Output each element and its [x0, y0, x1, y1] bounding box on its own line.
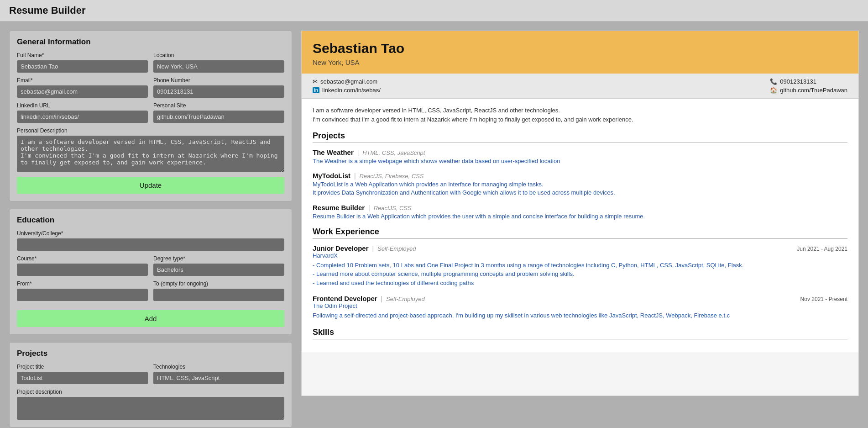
location-group: Location: [153, 52, 284, 73]
projects-section: Projects Project title Technologies Proj…: [9, 342, 292, 428]
project-desc-label: Project description: [17, 389, 284, 395]
contact-right: 📞 09012313131 🏠 github.com/TruePadawan: [770, 78, 847, 94]
main-layout: General Information Full Name* Location …: [0, 21, 868, 428]
project-1-tech: HTML, CSS, JavaScript: [362, 149, 425, 156]
education-section: Education University/College* Course* De…: [9, 209, 292, 335]
linkedin-site-row: LinkedIn URL Personal Site: [17, 102, 284, 123]
project-2-desc: MyTodoList is a Web Application which pr…: [313, 180, 847, 197]
project-3-tech: ReactJS, CSS: [374, 205, 412, 211]
course-input[interactable]: [17, 264, 148, 276]
project-1-header: The Weather | HTML, CSS, JavaScript: [313, 148, 847, 156]
work-2-org: The Odin Project: [313, 302, 847, 309]
resume-header: Sebastian Tao New York, USA: [302, 31, 858, 74]
work-2-type: Self-Employed: [386, 296, 425, 302]
fullname-group: Full Name*: [17, 52, 148, 73]
from-group: From*: [17, 280, 148, 301]
project-title-input[interactable]: [17, 372, 148, 384]
degree-input[interactable]: [153, 264, 284, 276]
github-value: github.com/TruePadawan: [780, 87, 847, 94]
projects-form-title: Projects: [17, 349, 284, 358]
left-panel: General Information Full Name* Location …: [9, 31, 292, 428]
project-3-name: Resume Builder: [313, 204, 365, 211]
phone-icon: 📞: [770, 78, 777, 85]
linkedin-label: LinkedIn URL: [17, 102, 148, 109]
linkedin-input[interactable]: [17, 111, 148, 123]
work-1-title: Junior Developer: [313, 244, 369, 252]
work-item-1: Junior Developer | Self-Employed Jun 202…: [313, 244, 847, 288]
degree-group: Degree type*: [153, 255, 284, 276]
github-contact: 🏠 github.com/TruePadawan: [770, 87, 847, 94]
project-item-1: The Weather | HTML, CSS, JavaScript The …: [313, 148, 847, 165]
phone-input[interactable]: [153, 85, 284, 98]
work-2-title-line: Frontend Developer | Self-Employed: [313, 295, 425, 302]
linkedin-value: linkedin.com/in/sebas/: [322, 87, 381, 94]
desc-textarea[interactable]: I am a software developer versed in HTML…: [17, 136, 284, 172]
project-3-header: Resume Builder | ReactJS, CSS: [313, 204, 847, 211]
to-input[interactable]: [153, 289, 284, 301]
home-icon: 🏠: [770, 87, 777, 94]
update-button[interactable]: Update: [17, 177, 284, 194]
email-group: Email*: [17, 77, 148, 98]
contact-left: ✉ sebastao@gmail.com in linkedin.com/in/…: [313, 78, 381, 94]
resume-location: New York, USA: [313, 58, 847, 66]
project-desc-textarea[interactable]: [17, 397, 284, 420]
university-label: University/College*: [17, 230, 284, 237]
app-header: Resume Builder: [0, 0, 868, 21]
phone-value: 09012313131: [780, 78, 816, 85]
project-1-desc: The Weather is a simple webpage which sh…: [313, 157, 847, 165]
work-1-type: Self-Employed: [377, 245, 416, 252]
fullname-label: Full Name*: [17, 52, 148, 58]
university-input[interactable]: [17, 238, 284, 251]
skills-section-title: Skills: [313, 328, 847, 339]
technologies-label: Technologies: [153, 364, 284, 370]
project-2-header: MyTodoList | ReactJS, Firebase, CSS: [313, 172, 847, 180]
from-label: From*: [17, 280, 148, 287]
course-label: Course*: [17, 255, 148, 262]
linkedin-icon: in: [313, 87, 319, 93]
resume-preview: Sebastian Tao New York, USA ✉ sebastao@g…: [301, 31, 859, 396]
work-1-header: Junior Developer | Self-Employed Jun 202…: [313, 244, 847, 252]
course-degree-row: Course* Degree type*: [17, 255, 284, 276]
project-2-name: MyTodoList: [313, 172, 350, 180]
app-title: Resume Builder: [9, 5, 859, 16]
linkedin-group: LinkedIn URL: [17, 102, 148, 123]
work-2-header: Frontend Developer | Self-Employed Nov 2…: [313, 295, 847, 302]
resume-name: Sebastian Tao: [313, 40, 847, 57]
from-input[interactable]: [17, 289, 148, 301]
project-title-tech-row: Project title Technologies: [17, 364, 284, 384]
education-title: Education: [17, 216, 284, 225]
degree-label: Degree type*: [153, 255, 284, 262]
project-2-tech: ReactJS, Firebase, CSS: [359, 173, 424, 180]
location-input[interactable]: [153, 60, 284, 73]
personalsite-group: Personal Site: [153, 102, 284, 123]
project-title-label: Project title: [17, 364, 148, 370]
phone-label: Phone Number: [153, 77, 284, 84]
add-education-button[interactable]: Add: [17, 310, 284, 327]
fullname-input[interactable]: [17, 60, 148, 73]
work-1-title-line: Junior Developer | Self-Employed: [313, 244, 416, 252]
project-item-2: MyTodoList | ReactJS, Firebase, CSS MyTo…: [313, 172, 847, 197]
email-contact: ✉ sebastao@gmail.com: [313, 78, 381, 85]
to-label: To (empty for ongoing): [153, 280, 284, 287]
technologies-input[interactable]: [153, 372, 284, 384]
project-1-name: The Weather: [313, 148, 354, 156]
resume-body: I am a software developer versed in HTML…: [302, 99, 858, 352]
work-item-2: Frontend Developer | Self-Employed Nov 2…: [313, 295, 847, 320]
resume-contacts: ✉ sebastao@gmail.com in linkedin.com/in/…: [302, 74, 858, 99]
personalsite-label: Personal Site: [153, 102, 284, 109]
work-section-title: Work Experience: [313, 227, 847, 239]
course-group: Course*: [17, 255, 148, 276]
general-info-title: General Information: [17, 37, 284, 47]
project-item-3: Resume Builder | ReactJS, CSS Resume Bui…: [313, 204, 847, 221]
work-2-desc: Following a self-directed and project-ba…: [313, 311, 847, 320]
email-input[interactable]: [17, 85, 148, 98]
email-icon: ✉: [313, 78, 318, 85]
from-to-row: From* To (empty for ongoing): [17, 280, 284, 301]
project-title-group: Project title: [17, 364, 148, 384]
desc-group: Personal Description I am a software dev…: [17, 127, 284, 172]
fullname-location-row: Full Name* Location: [17, 52, 284, 73]
personalsite-input[interactable]: [153, 111, 284, 123]
linkedin-contact: in linkedin.com/in/sebas/: [313, 87, 381, 94]
work-1-dates: Jun 2021 - Aug 2021: [797, 246, 847, 252]
email-label: Email*: [17, 77, 148, 84]
